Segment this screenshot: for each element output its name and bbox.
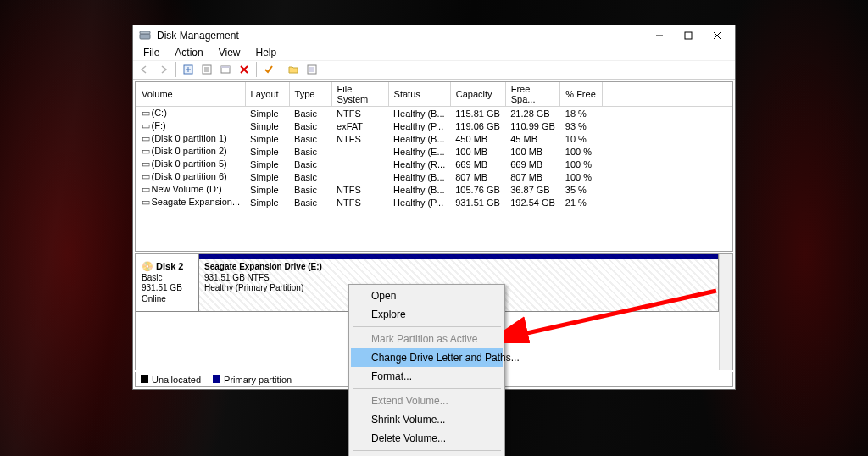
separator: [175, 62, 176, 77]
table-row[interactable]: ▭(C:)SimpleBasicNTFSHealthy (B...115.81 …: [136, 107, 732, 120]
drive-icon: ▭: [142, 120, 150, 131]
disk-management-window: Disk Management File Action View Help: [132, 25, 736, 390]
ctx-extend: Extend Volume...: [351, 392, 503, 410]
disk-title: Disk 2: [156, 261, 183, 271]
drive-icon: ▭: [142, 108, 150, 119]
col-volume[interactable]: Volume: [136, 82, 246, 107]
ctx-separator: [353, 388, 501, 389]
properties-icon[interactable]: [198, 61, 215, 78]
disk-size: 931.51 GB: [142, 283, 182, 292]
menu-view[interactable]: View: [212, 46, 248, 59]
svg-rect-0: [140, 34, 150, 39]
volume-list[interactable]: Volume Layout Type File System Status Ca…: [135, 81, 733, 252]
drive-icon: ▭: [142, 197, 150, 208]
ctx-format[interactable]: Format...: [351, 367, 503, 386]
disk-info-cell[interactable]: 📀 Disk 2 Basic 931.51 GB Online: [136, 254, 199, 312]
svg-rect-1: [140, 31, 150, 34]
separator: [256, 62, 257, 77]
table-row[interactable]: ▭(Disk 0 partition 1)SimpleBasicNTFSHeal…: [136, 132, 732, 145]
list-icon[interactable]: [303, 61, 320, 78]
minimize-button[interactable]: [645, 26, 674, 45]
menu-action[interactable]: Action: [168, 46, 209, 59]
col-spacer: [603, 82, 732, 107]
check-icon[interactable]: [260, 61, 277, 78]
drive-icon: ▭: [142, 133, 150, 144]
ctx-delete[interactable]: Delete Volume...: [351, 429, 503, 448]
menubar: File Action View Help: [133, 45, 735, 60]
partition-status: Healthy (Primary Partition): [204, 283, 303, 292]
table-row[interactable]: ▭New Volume (D:)SimpleBasicNTFSHealthy (…: [136, 183, 732, 196]
settings-icon[interactable]: [217, 61, 234, 78]
col-type[interactable]: Type: [289, 82, 331, 107]
legend-primary: Primary partition: [213, 375, 292, 385]
toolbar: [133, 60, 735, 80]
table-row[interactable]: ▭(Disk 0 partition 2)SimpleBasicHealthy …: [136, 145, 732, 158]
ctx-separator: [353, 450, 501, 451]
scrollbar[interactable]: [719, 254, 732, 370]
swatch-black: [141, 375, 148, 383]
refresh-icon[interactable]: [180, 61, 197, 78]
menu-help[interactable]: Help: [249, 46, 284, 59]
table-row[interactable]: ▭Seagate Expansion...SimpleBasicNTFSHeal…: [136, 196, 732, 209]
maximize-button[interactable]: [674, 26, 703, 45]
legend-unallocated: Unallocated: [141, 375, 201, 385]
col-free[interactable]: Free Spa...: [505, 82, 560, 107]
drive-icon: ▭: [142, 158, 150, 170]
window-title: Disk Management: [157, 30, 645, 42]
ctx-open[interactable]: Open: [351, 286, 503, 305]
col-capacity[interactable]: Capacity: [450, 82, 505, 107]
svg-rect-12: [221, 66, 230, 68]
drive-icon: 📀: [142, 261, 156, 271]
forward-icon: [155, 61, 172, 78]
col-layout[interactable]: Layout: [245, 82, 289, 107]
separator: [281, 62, 281, 77]
ctx-mark-active: Mark Partition as Active: [351, 330, 503, 348]
table-row[interactable]: ▭(Disk 0 partition 5)SimpleBasicHealthy …: [136, 158, 732, 170]
disk-type: Basic: [142, 273, 162, 282]
disk-status: Online: [142, 294, 166, 303]
col-status[interactable]: Status: [388, 82, 450, 107]
close-button[interactable]: [703, 26, 732, 45]
back-icon: [136, 61, 153, 78]
drive-icon: ▭: [142, 146, 150, 157]
ctx-separator: [353, 326, 501, 327]
partition-title: Seagate Expansion Drive (E:): [204, 262, 322, 271]
swatch-navy: [213, 375, 220, 383]
table-row[interactable]: ▭(Disk 0 partition 6)SimpleBasicHealthy …: [136, 170, 732, 183]
ctx-shrink[interactable]: Shrink Volume...: [351, 410, 503, 429]
app-icon: [138, 29, 152, 42]
col-pct[interactable]: % Free: [560, 82, 603, 107]
partition-size: 931.51 GB NTFS: [204, 273, 270, 282]
drive-icon: ▭: [142, 184, 150, 195]
drive-icon: ▭: [142, 171, 150, 182]
context-menu: Open Explore Mark Partition as Active Ch…: [348, 284, 505, 456]
table-row[interactable]: ▭(F:)SimpleBasicexFATHealthy (P...119.06…: [136, 120, 732, 132]
col-fs[interactable]: File System: [331, 82, 388, 107]
window-controls: [645, 26, 732, 45]
svg-rect-3: [685, 32, 692, 39]
folder-icon[interactable]: [285, 61, 302, 78]
titlebar: Disk Management: [133, 25, 735, 45]
delete-icon[interactable]: [236, 61, 253, 78]
menu-file[interactable]: File: [136, 46, 166, 59]
ctx-change-drive-letter[interactable]: Change Drive Letter and Paths...: [351, 348, 503, 367]
ctx-explore[interactable]: Explore: [351, 305, 503, 324]
